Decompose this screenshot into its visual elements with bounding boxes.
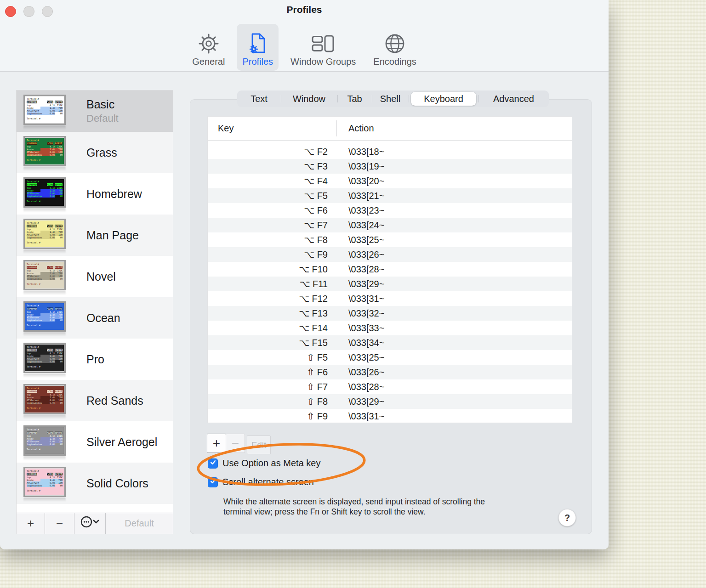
mini-terminal-header: COMMAND%CPURPRVT (27, 473, 63, 475)
toolbar-item-profiles[interactable]: Profiles (237, 24, 279, 71)
tab-advanced[interactable]: Advanced (478, 90, 549, 107)
help-button[interactable]: ? (558, 509, 576, 526)
sidebar-item-pro[interactable]: Terminal#COMMAND%CPURPRVTtop4.1%231KXcod… (17, 339, 173, 380)
tab-shell[interactable]: Shell (372, 90, 409, 107)
table-row[interactable]: ⌥ F8\033[25~ (208, 232, 572, 247)
default-profile-button[interactable]: Default (106, 513, 173, 534)
remove-profile-button[interactable]: − (45, 513, 74, 534)
mini-terminal-header: COMMAND%CPURPRVT (27, 101, 63, 103)
tab-text[interactable]: Text (237, 90, 281, 107)
mini-terminal-prompt: Terminal # (27, 283, 63, 285)
remove-key-button[interactable]: − (226, 434, 245, 453)
edit-key-button[interactable]: Edit (247, 435, 271, 454)
mini-terminal-title: Terminal# (27, 180, 63, 183)
mini-terminal-column-chip: COMMAND (27, 349, 37, 351)
terminal-preferences-window: Profiles (0, 0, 609, 549)
add-key-button[interactable]: + (207, 434, 226, 453)
profile-thumbnail: Terminal#COMMAND%CPURPRVTtop4.1%231KXcod… (23, 219, 66, 254)
sidebar-item-basic[interactable]: Terminal#COMMAND%CPURPRVTtop4.1%231KXcod… (17, 90, 173, 132)
mini-terminal-column-chip: COMMAND (27, 473, 37, 475)
mini-terminal-column-chip: RPRVT (55, 390, 63, 393)
mini-terminal-row: loginwindow0.0%4M (27, 443, 63, 446)
sidebar-item-ocean[interactable]: Terminal#COMMAND%CPURPRVTtop4.1%231KXcod… (17, 297, 173, 339)
mini-terminal-column-chip: COMMAND (27, 183, 37, 186)
table-row[interactable]: ⇧ F7\033[28~ (208, 379, 572, 394)
toolbar-item-general[interactable]: General (187, 24, 230, 71)
profile-labels: BasicDefault (86, 90, 119, 132)
preferences-toolbar: General (0, 24, 609, 71)
mini-terminal-preview: Terminal#COMMAND%CPURPRVTtop4.1%231KXcod… (23, 219, 66, 249)
mini-terminal-header: COMMAND%CPURPRVT (27, 349, 63, 351)
table-row[interactable]: ⌥ F2\033[18~ (208, 144, 572, 159)
table-row[interactable]: ⌥ F10\033[28~ (208, 262, 572, 277)
table-row[interactable]: ⌥ F9\033[26~ (208, 247, 572, 262)
profile-thumbnail: Terminal#COMMAND%CPURPRVTtop4.1%231KXcod… (23, 177, 66, 212)
mini-terminal-column-chip: %CPU (47, 183, 53, 186)
table-row[interactable]: ⌥ F12\033[31~ (208, 291, 572, 306)
profile-name: Man Page (86, 229, 139, 242)
toolbar-item-window-groups[interactable]: Window Groups (285, 24, 361, 71)
table-row[interactable]: ⌥ F14\033[33~ (208, 321, 572, 335)
tab-tab[interactable]: Tab (337, 90, 372, 107)
thumbnail-reflection (23, 498, 66, 502)
table-row[interactable]: ⌥ F4\033[20~ (208, 174, 572, 188)
profile-name: Homebrew (86, 187, 142, 201)
sidebar-item-novel[interactable]: Terminal#COMMAND%CPURPRVTtop4.1%231KXcod… (17, 256, 173, 297)
action-cell: \033[18~ (336, 147, 384, 157)
sidebar-item-man-page[interactable]: Terminal#COMMAND%CPURPRVTtop4.1%231KXcod… (17, 215, 173, 256)
table-row[interactable]: ⇧ F9\033[31~ (208, 409, 572, 424)
thumbnail-reflection (23, 415, 66, 419)
action-cell: \033[29~ (336, 279, 384, 289)
titlebar: Profiles (0, 0, 609, 72)
profile-labels: Red Sands (86, 380, 143, 421)
profile-name: Solid Colors (86, 477, 148, 490)
tab-window[interactable]: Window (281, 90, 337, 107)
mini-terminal-row: loginwindow0.0%4M (27, 360, 63, 363)
mini-terminal-preview: Terminal#COMMAND%CPURPRVTtop4.1%231KXcod… (23, 467, 66, 497)
table-row[interactable]: ⌥ F7\033[24~ (208, 218, 572, 232)
sidebar-item-homebrew[interactable]: Terminal#COMMAND%CPURPRVTtop4.1%231KXcod… (17, 173, 173, 215)
tab-label: Shell (380, 94, 400, 104)
sidebar-item-red-sands[interactable]: Terminal#COMMAND%CPURPRVTtop4.1%231KXcod… (17, 380, 173, 421)
mini-terminal-column-chip: %CPU (47, 473, 53, 475)
mini-terminal-title: Terminal# (27, 139, 63, 141)
mini-terminal-title: Terminal# (27, 97, 63, 100)
key-cell: ⌥ F8 (208, 234, 336, 245)
table-row[interactable]: ⌥ F15\033[34~ (208, 335, 572, 350)
profile-thumbnail: Terminal#COMMAND%CPURPRVTtop4.1%231KXcod… (23, 467, 66, 502)
table-row[interactable]: ⇧ F8\033[29~ (208, 394, 572, 409)
mini-terminal-preview: Terminal#COMMAND%CPURPRVTtop4.1%231KXcod… (23, 177, 66, 208)
tab-keyboard[interactable]: Keyboard (409, 90, 478, 107)
toolbar-item-encodings[interactable]: Encodings (368, 24, 421, 71)
tab-label: Text (251, 94, 268, 104)
table-row[interactable]: ⌥ F3\033[19~ (208, 159, 572, 174)
sidebar-item-solid-colors[interactable]: Terminal#COMMAND%CPURPRVTtop4.1%231KXcod… (17, 463, 173, 504)
column-divider[interactable] (336, 120, 337, 136)
sidebar-item-grass[interactable]: Terminal#COMMAND%CPURPRVTtop4.1%231KXcod… (17, 132, 173, 173)
window-groups-icon (312, 32, 335, 56)
table-row[interactable]: ⌥ F13\033[32~ (208, 306, 572, 321)
table-row[interactable]: ⌥ F5\033[21~ (208, 188, 572, 203)
use-option-as-meta-checkbox[interactable] (208, 458, 218, 469)
table-row[interactable]: ⌥ F11\033[29~ (208, 277, 572, 291)
action-column-header[interactable]: Action (336, 123, 374, 134)
mini-terminal-preview: Terminal#COMMAND%CPURPRVTtop4.1%231KXcod… (23, 343, 66, 373)
mini-terminal-prompt: Terminal # (27, 324, 63, 327)
scroll-alternate-screen-checkbox[interactable] (208, 477, 218, 487)
table-row[interactable]: ⌥ F6\033[23~ (208, 203, 572, 218)
key-cell: ⇧ F9 (208, 411, 336, 422)
table-row[interactable]: ⇧ F5\033[25~ (208, 350, 572, 365)
profile-labels: Homebrew (86, 173, 142, 215)
action-cell: \033[26~ (336, 367, 384, 378)
mini-terminal-prompt: Terminal # (27, 365, 63, 368)
sidebar-bottom-bar: + − Default (17, 513, 173, 534)
table-row[interactable]: ⇧ F6\033[26~ (208, 365, 572, 379)
checkmark-icon (210, 459, 216, 468)
profiles-document-icon (247, 32, 269, 56)
key-cell: ⇧ F5 (208, 352, 336, 363)
profile-actions-menu-button[interactable] (74, 513, 106, 534)
keyboard-table-body: ⌥ F2\033[18~⌥ F3\033[19~⌥ F4\033[20~⌥ F5… (208, 144, 572, 424)
sidebar-item-silver-aerogel[interactable]: Terminal#COMMAND%CPURPRVTtop4.1%231KXcod… (17, 421, 173, 463)
add-profile-button[interactable]: + (17, 513, 45, 534)
key-column-header[interactable]: Key (208, 123, 336, 134)
